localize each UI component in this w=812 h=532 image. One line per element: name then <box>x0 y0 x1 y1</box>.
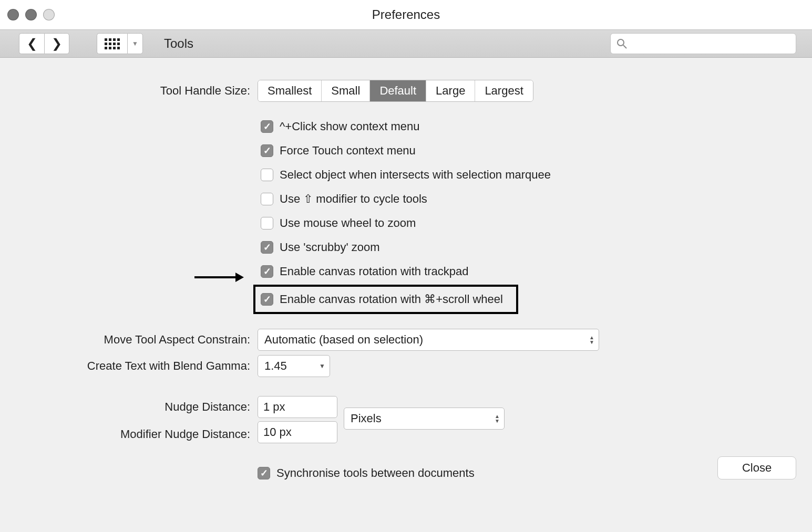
tool-handle-size-segmented[interactable]: Smallest Small Default Large Largest <box>258 80 533 102</box>
checkbox-scrubby-zoom[interactable]: Use 'scrubby' zoom <box>261 238 812 256</box>
annotation-arrow <box>194 273 244 282</box>
seg-smallest[interactable]: Smallest <box>258 80 322 101</box>
checkbox-label: Use 'scrubby' zoom <box>280 241 380 254</box>
stepper-arrows-icon: ▲▼ <box>589 336 594 345</box>
checkbox-icon <box>261 293 273 306</box>
highlighted-option: Enable canvas rotation with ⌘+scroll whe… <box>253 285 518 314</box>
search-input[interactable] <box>610 33 796 54</box>
mod-nudge-distance-input[interactable]: 10 px <box>258 421 337 443</box>
checkbox-force-touch-context[interactable]: Force Touch context menu <box>261 142 812 160</box>
close-window-icon[interactable] <box>7 9 19 20</box>
dropdown-value: Automatic (based on selection) <box>264 333 423 347</box>
blend-gamma-label: Create Text with Blend Gamma: <box>0 359 258 373</box>
checkbox-icon <box>261 169 273 181</box>
forward-button[interactable]: ❯ <box>44 33 69 54</box>
move-aspect-dropdown[interactable]: Automatic (based on selection) ▲▼ <box>258 329 599 351</box>
input-value: 10 px <box>263 425 292 439</box>
title-bar: Preferences <box>0 0 812 29</box>
checkbox-ctrl-click-context[interactable]: ^+Click show context menu <box>261 118 812 135</box>
minimize-window-icon[interactable] <box>25 9 37 20</box>
chevron-left-icon: ❮ <box>27 36 37 51</box>
stepper-arrows-icon: ▲▼ <box>495 414 500 423</box>
back-button[interactable]: ❮ <box>19 33 44 54</box>
checkbox-label: ^+Click show context menu <box>280 120 420 133</box>
view-mode-dropdown[interactable]: ▼ <box>127 33 143 54</box>
nav-group: ❮ ❯ <box>19 33 69 54</box>
move-aspect-label: Move Tool Aspect Constrain: <box>0 333 258 347</box>
checkbox-label: Enable canvas rotation with trackpad <box>280 265 469 278</box>
seg-small[interactable]: Small <box>322 80 370 101</box>
nudge-units-dropdown[interactable]: Pixels ▲▼ <box>344 408 505 430</box>
checkbox-icon <box>258 467 270 479</box>
checkbox-label: Synchronise tools between documents <box>276 466 475 480</box>
checkbox-icon <box>261 217 273 230</box>
chevron-down-icon: ▼ <box>132 40 138 47</box>
seg-largest[interactable]: Largest <box>475 80 532 101</box>
checkbox-wheel-zoom[interactable]: Use mouse wheel to zoom <box>261 214 812 232</box>
checkbox-sync-tools[interactable]: Synchronise tools between documents <box>258 464 475 482</box>
grid-view-button[interactable] <box>97 33 127 54</box>
dropdown-value: 1.45 <box>264 359 287 373</box>
checkbox-icon <box>261 120 273 133</box>
grid-icon <box>105 38 120 49</box>
checkbox-icon <box>261 265 273 278</box>
blend-gamma-dropdown[interactable]: 1.45 ▼ <box>258 355 330 377</box>
view-mode-group: ▼ <box>97 33 143 54</box>
svg-point-0 <box>618 39 624 46</box>
svg-line-1 <box>623 45 626 48</box>
checkbox-label: Use mouse wheel to zoom <box>280 216 416 230</box>
move-aspect-row: Move Tool Aspect Constrain: Automatic (b… <box>0 329 812 351</box>
checkbox-select-intersect[interactable]: Select object when intersects with selec… <box>261 166 812 184</box>
nudge-label: Nudge Distance: <box>165 396 258 418</box>
blend-gamma-row: Create Text with Blend Gamma: 1.45 ▼ <box>0 355 812 377</box>
checkbox-label: Select object when intersects with selec… <box>280 168 551 182</box>
close-button[interactable]: Close <box>717 456 796 479</box>
content-area: Tool Handle Size: Smallest Small Default… <box>0 58 812 482</box>
button-label: Close <box>742 461 772 475</box>
checkbox-canvas-rot-trackpad[interactable]: Enable canvas rotation with trackpad <box>261 263 812 280</box>
checkbox-canvas-rot-scroll[interactable]: Enable canvas rotation with ⌘+scroll whe… <box>261 290 503 308</box>
section-title: Tools <box>164 36 193 51</box>
input-value: 1 px <box>263 400 285 414</box>
maximize-window-icon[interactable] <box>43 9 55 20</box>
window-controls <box>0 9 55 20</box>
nudge-distance-input[interactable]: 1 px <box>258 396 337 418</box>
nudge-row: Nudge Distance: Modifier Nudge Distance:… <box>0 396 812 445</box>
toolbar: ❮ ❯ ▼ Tools <box>0 29 812 58</box>
checkbox-label: Enable canvas rotation with ⌘+scroll whe… <box>280 293 503 306</box>
checkbox-label: Force Touch context menu <box>280 144 416 158</box>
checkbox-icon <box>261 144 273 157</box>
sync-tools-row: Synchronise tools between documents <box>0 464 812 482</box>
tool-handle-size-label: Tool Handle Size: <box>0 84 258 98</box>
tool-handle-size-row: Tool Handle Size: Smallest Small Default… <box>0 80 812 102</box>
search-field-wrap <box>610 33 796 54</box>
chevron-down-icon: ▼ <box>319 364 325 368</box>
checkbox-group: ^+Click show context menu Force Touch co… <box>261 118 812 312</box>
search-icon <box>616 38 627 51</box>
seg-large[interactable]: Large <box>426 80 475 101</box>
window-title: Preferences <box>0 7 812 22</box>
mod-nudge-label: Modifier Nudge Distance: <box>120 423 258 445</box>
seg-default[interactable]: Default <box>370 80 426 101</box>
dropdown-value: Pixels <box>351 412 382 425</box>
checkbox-label: Use ⇧ modifier to cycle tools <box>280 192 427 206</box>
checkbox-shift-cycle[interactable]: Use ⇧ modifier to cycle tools <box>261 190 812 208</box>
checkbox-icon <box>261 241 273 254</box>
chevron-right-icon: ❯ <box>52 36 62 51</box>
checkbox-icon <box>261 193 273 205</box>
